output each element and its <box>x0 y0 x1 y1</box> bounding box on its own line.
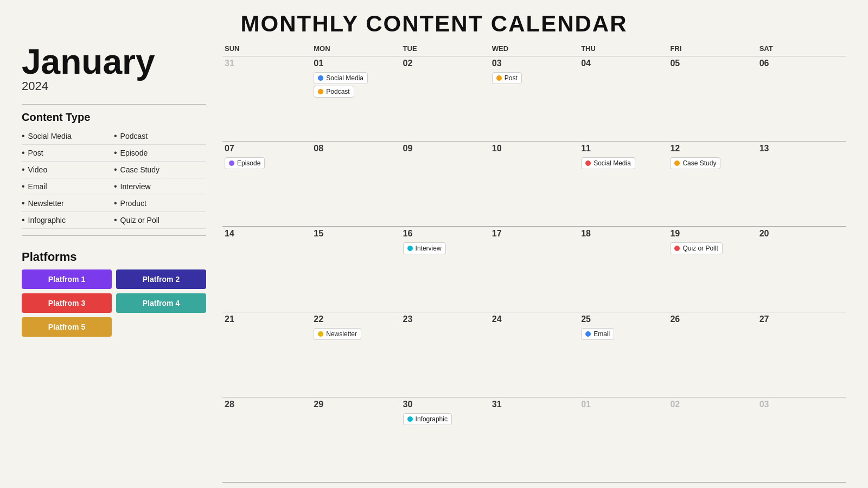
event-dot <box>407 246 413 251</box>
day-number: 26 <box>670 314 755 324</box>
calendar-cell: 31 <box>490 397 579 483</box>
calendar-cell: 07Episode <box>222 142 311 227</box>
platforms-grid: Platfrom 1Platfrom 2Platfrom 3Platfrom 4… <box>22 269 206 337</box>
calendar-cell: 03 <box>757 397 846 483</box>
calendar-cell: 03Post <box>490 56 579 142</box>
calendar-cell: 13 <box>757 142 846 227</box>
day-number: 05 <box>670 59 755 68</box>
day-number: 07 <box>225 144 309 153</box>
platform-button-p5[interactable]: Platfrom 5 <box>22 317 112 337</box>
event-label: Podcast <box>326 88 349 95</box>
day-number: 31 <box>492 400 577 409</box>
content-type-item: Product <box>114 195 206 212</box>
day-number: 25 <box>581 314 666 324</box>
content-type-col2: PodcastEpisodeCase StudyInterviewProduct… <box>114 128 206 229</box>
content-type-item: Newsletter <box>22 195 114 212</box>
event-dot <box>674 246 680 251</box>
day-number: 15 <box>314 229 398 239</box>
calendar-cell: 11Social Media <box>579 142 668 227</box>
calendar-cell: 02 <box>668 397 757 483</box>
day-number: 14 <box>225 229 309 239</box>
event-badge: Post <box>492 72 522 84</box>
day-number: 01 <box>581 400 666 409</box>
event-dot <box>496 75 502 81</box>
calendar-cell: 26 <box>668 312 757 397</box>
day-number: 23 <box>403 314 488 324</box>
day-number: 12 <box>670 144 755 153</box>
calendar: SUNMONTUEWEDTHUFRISAT 3101Social MediaPo… <box>222 44 846 483</box>
event-label: Episode <box>237 159 260 167</box>
day-number: 30 <box>403 400 488 409</box>
calendar-day-header: FRI <box>668 44 757 56</box>
event-badge: Episode <box>225 157 265 169</box>
day-number: 10 <box>492 144 577 153</box>
day-number: 16 <box>403 229 488 239</box>
calendar-cell: 01Social MediaPodcast <box>311 56 400 142</box>
calendar-day-header: SAT <box>757 44 846 56</box>
day-number: 13 <box>760 144 844 153</box>
day-number: 03 <box>760 400 844 409</box>
event-dot <box>585 160 591 166</box>
event-label: Quiz or Pollt <box>682 245 718 252</box>
event-badge: Social Media <box>314 72 368 84</box>
content-type-col1: Social MediaPostVideoEmailNewsletterInfo… <box>22 128 114 229</box>
calendar-day-header: MON <box>311 44 400 56</box>
page-title: MONTHLY CONTENT CALENDAR <box>22 11 846 37</box>
event-badge: Social Media <box>581 157 635 169</box>
calendar-cell: 18 <box>579 227 668 312</box>
day-number: 22 <box>314 314 398 324</box>
content-type-item: Post <box>22 145 114 162</box>
platform-button-p1[interactable]: Platfrom 1 <box>22 269 112 289</box>
day-number: 17 <box>492 229 577 239</box>
calendar-cell: 31 <box>222 56 311 142</box>
event-dot <box>585 331 591 337</box>
month-label: January <box>22 44 206 79</box>
calendar-cell: 01 <box>579 397 668 483</box>
calendar-cell: 27 <box>757 312 846 397</box>
content-type-item: Interview <box>114 178 206 195</box>
calendar-cell: 21 <box>222 312 311 397</box>
event-badge: Podcast <box>314 86 354 98</box>
day-number: 27 <box>760 314 844 324</box>
platforms-heading: Platforms <box>22 250 206 264</box>
calendar-cell: 14 <box>222 227 311 312</box>
calendar-cell: 24 <box>490 312 579 397</box>
calendar-cell: 12Case Study <box>668 142 757 227</box>
calendar-cell: 29 <box>311 397 400 483</box>
day-number: 19 <box>670 229 755 239</box>
day-number: 09 <box>403 144 488 153</box>
calendar-day-header: SUN <box>222 44 311 56</box>
calendar-cell: 30Infographic <box>401 397 490 483</box>
content-type-heading: Content Type <box>22 111 206 124</box>
calendar-cell: 04 <box>579 56 668 142</box>
day-number: 04 <box>581 59 666 68</box>
calendar-cell: 23 <box>401 312 490 397</box>
platform-button-p4[interactable]: Platfrom 4 <box>116 293 206 313</box>
platform-button-p3[interactable]: Platfrom 3 <box>22 293 112 313</box>
event-label: Newsletter <box>326 330 357 338</box>
calendar-cell: 19Quiz or Pollt <box>668 227 757 312</box>
day-number: 03 <box>492 59 577 68</box>
calendar-cell: 16Interview <box>401 227 490 312</box>
event-label: Interview <box>416 245 442 252</box>
day-number: 06 <box>760 59 844 68</box>
calendar-cell: 06 <box>757 56 846 142</box>
content-type-item: Social Media <box>22 128 114 145</box>
event-label: Case Study <box>682 159 716 167</box>
event-label: Social Media <box>326 74 363 82</box>
content-type-item: Podcast <box>114 128 206 145</box>
calendar-cell: 17 <box>490 227 579 312</box>
event-label: Email <box>593 330 610 338</box>
calendar-cell: 02 <box>401 56 490 142</box>
day-number: 24 <box>492 314 577 324</box>
year-label: 2024 <box>22 79 206 93</box>
event-dot <box>407 416 413 422</box>
event-dot <box>318 331 323 337</box>
calendar-cell: 10 <box>490 142 579 227</box>
content-types-grid: Social MediaPostVideoEmailNewsletterInfo… <box>22 128 206 229</box>
event-badge: Interview <box>403 242 446 254</box>
platform-button-p2[interactable]: Platfrom 2 <box>116 269 206 289</box>
calendar-cell: 25Email <box>579 312 668 397</box>
day-number: 02 <box>403 59 488 68</box>
calendar-header: SUNMONTUEWEDTHUFRISAT <box>222 44 846 56</box>
